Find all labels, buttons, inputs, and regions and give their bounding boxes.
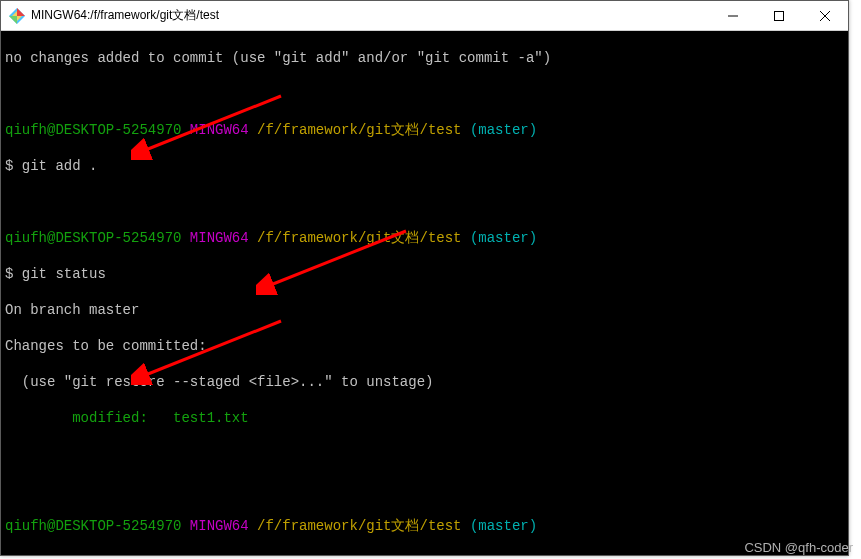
prompt-path: /f/framework/git文档/test — [257, 230, 461, 246]
maximize-button[interactable] — [756, 1, 802, 31]
output-line: (use "git restore --staged <file>..." to… — [5, 373, 844, 391]
prompt-line: qiufh@DESKTOP-5254970 MINGW64 /f/framewo… — [5, 517, 844, 535]
terminal-window: MINGW64:/f/framework/git文档/test no chang… — [0, 0, 849, 556]
prompt-branch: (master) — [470, 518, 537, 534]
svg-marker-3 — [9, 16, 17, 24]
svg-rect-5 — [775, 11, 784, 20]
prompt-shell: MINGW64 — [190, 230, 249, 246]
cmd-git-status: git status — [22, 266, 106, 282]
close-button[interactable] — [802, 1, 848, 31]
minimize-button[interactable] — [710, 1, 756, 31]
output-line: no changes added to commit (use "git add… — [5, 49, 844, 67]
prompt-user: qiufh@DESKTOP-5254970 — [5, 230, 181, 246]
titlebar[interactable]: MINGW64:/f/framework/git文档/test — [1, 1, 848, 31]
app-icon — [9, 8, 25, 24]
svg-marker-2 — [17, 8, 25, 16]
prompt-branch: (master) — [470, 122, 537, 138]
prompt-shell: MINGW64 — [190, 122, 249, 138]
output-line: Changes to be committed: — [5, 337, 844, 355]
output-modified: modified: test1.txt — [5, 409, 844, 427]
cmd-git-reset: git reset HEAD test1.txt — [22, 554, 224, 555]
window-title: MINGW64:/f/framework/git文档/test — [31, 7, 710, 24]
command-line: $ git add . — [5, 157, 844, 175]
output-line: On branch master — [5, 301, 844, 319]
blank-line — [5, 85, 844, 103]
blank-line — [5, 193, 844, 211]
command-line: $ git reset HEAD test1.txt — [5, 553, 844, 555]
prompt-path: /f/framework/git文档/test — [257, 122, 461, 138]
prompt-user: qiufh@DESKTOP-5254970 — [5, 518, 181, 534]
command-line: $ git status — [5, 265, 844, 283]
prompt-path: /f/framework/git文档/test — [257, 518, 461, 534]
cmd-git-add: git add . — [22, 158, 98, 174]
prompt-line: qiufh@DESKTOP-5254970 MINGW64 /f/framewo… — [5, 121, 844, 139]
watermark-text: CSDN @qfh-coder — [744, 540, 853, 555]
blank-line — [5, 445, 844, 463]
prompt-shell: MINGW64 — [190, 518, 249, 534]
prompt-user: qiufh@DESKTOP-5254970 — [5, 122, 181, 138]
blank-line — [5, 481, 844, 499]
terminal-content[interactable]: no changes added to commit (use "git add… — [1, 31, 848, 555]
prompt-branch: (master) — [470, 230, 537, 246]
prompt-line: qiufh@DESKTOP-5254970 MINGW64 /f/framewo… — [5, 229, 844, 247]
